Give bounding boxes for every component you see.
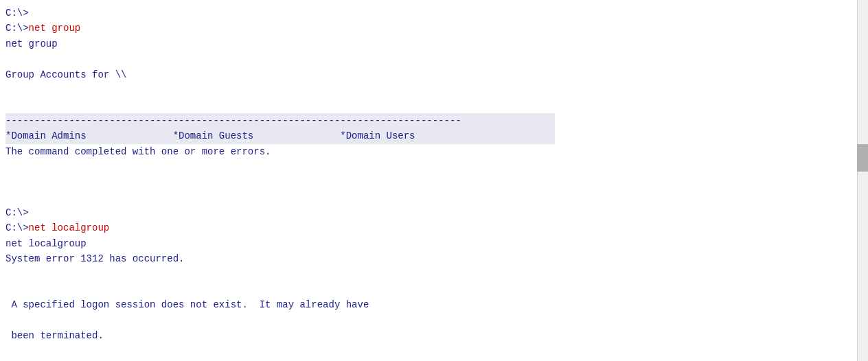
scrollbar-thumb[interactable] — [857, 144, 868, 172]
terminal-line — [5, 313, 868, 328]
scrollbar[interactable] — [857, 0, 868, 361]
prompt-text: C:\> — [5, 222, 29, 233]
output-text: been terminated. — [5, 330, 104, 341]
terminal-window: C:\> C:\>net group net group Group Accou… — [0, 0, 868, 361]
prompt-text: C:\> — [5, 8, 29, 19]
command-text: net localgroup — [29, 222, 110, 233]
terminal-line: net localgroup — [5, 236, 868, 251]
terminal-line — [5, 282, 868, 297]
terminal-line: C:\> — [5, 205, 868, 220]
highlight-divider: ----------------------------------------… — [5, 113, 555, 128]
terminal-line — [5, 190, 868, 205]
terminal-line: C:\>net group — [5, 21, 868, 36]
terminal-line: C:\>net localgroup — [5, 220, 868, 235]
terminal-line: been terminated. — [5, 328, 868, 343]
prompt-text: C:\> — [5, 23, 29, 34]
terminal-line: System error 1312 has occurred. — [5, 251, 868, 266]
terminal-line: The command completed with one or more e… — [5, 144, 868, 159]
terminal-line — [5, 82, 868, 97]
terminal-line: net group — [5, 36, 868, 51]
prompt-text: C:\> — [5, 207, 29, 218]
terminal-line: A specified logon session does not exist… — [5, 297, 868, 312]
terminal-line — [5, 267, 868, 282]
terminal-line: ----------------------------------------… — [5, 113, 868, 128]
terminal-line: C:\> — [5, 5, 868, 21]
terminal-line: *Domain Admins *Domain Guests *Domain Us… — [5, 128, 868, 143]
terminal-line: Group Accounts for \\ — [5, 67, 868, 82]
terminal-line — [5, 51, 868, 67]
command-text: net group — [29, 23, 81, 34]
terminal-line — [5, 159, 868, 174]
output-text: net localgroup — [5, 238, 87, 249]
output-text: System error 1312 has occurred. — [5, 253, 184, 264]
output-text: A specified logon session does not exist… — [5, 299, 369, 310]
highlight-content: *Domain Admins *Domain Guests *Domain Us… — [5, 128, 555, 143]
terminal-line — [5, 97, 868, 113]
output-text: The command completed with one or more e… — [5, 146, 271, 157]
output-text: Group Accounts for \\ — [5, 69, 126, 80]
terminal-line — [5, 174, 868, 189]
output-text: net group — [5, 38, 58, 49]
